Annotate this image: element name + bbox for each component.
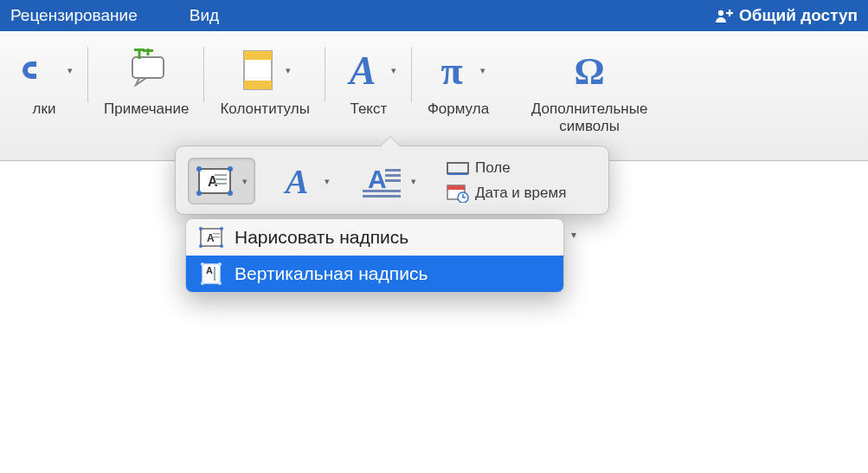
tab-bar: Рецензирование Вид Общий доступ (0, 0, 868, 31)
svg-point-39 (220, 244, 223, 248)
svg-point-36 (199, 227, 203, 230)
omega-icon: Ω (568, 48, 611, 93)
tab-view[interactable]: Вид (190, 6, 219, 25)
svg-text:Ω: Ω (574, 50, 604, 93)
links-label: лки (33, 100, 56, 118)
group-links[interactable]: ▾ лки (0, 40, 88, 118)
share-icon (715, 8, 734, 23)
svg-rect-20 (215, 174, 227, 176)
comment-icon (122, 49, 170, 92)
svg-text:A: A (347, 49, 376, 93)
svg-rect-31 (447, 173, 468, 175)
chevron-down-icon: ▾ (480, 65, 485, 76)
svg-rect-42 (213, 236, 220, 238)
svg-rect-3 (132, 57, 164, 78)
share-label: Общий доступ (739, 6, 858, 25)
headers-label: Колонтитулы (220, 100, 309, 118)
svg-rect-49 (214, 267, 215, 281)
link-icon (16, 49, 61, 91)
svg-text:A: A (368, 165, 387, 193)
svg-point-46 (201, 282, 204, 285)
chevron-down-icon: ▾ (286, 65, 291, 76)
svg-rect-25 (385, 169, 401, 172)
wordart-button[interactable]: A ▾ (271, 157, 337, 205)
calendar-clock-icon (446, 184, 470, 203)
svg-point-18 (228, 191, 233, 196)
datetime-button[interactable]: Дата и время (446, 184, 566, 203)
field-button[interactable]: Поле (446, 159, 566, 177)
wordart-a-icon: A (278, 162, 316, 200)
ribbon: ▾ лки Примечание ▾ (0, 31, 868, 161)
group-symbols[interactable]: Ω Дополнительные символы (505, 40, 674, 136)
svg-text:A: A (208, 174, 218, 189)
svg-rect-27 (385, 179, 401, 182)
svg-rect-22 (215, 183, 227, 185)
chevron-down-icon: ▾ (68, 65, 73, 76)
chevron-down-icon: ▾ (391, 65, 396, 76)
dropcap-button[interactable]: A ▾ (352, 157, 423, 205)
field-label: Поле (475, 159, 511, 177)
text-popover: A ▾ A ▾ A ▾ (175, 146, 609, 215)
svg-point-0 (718, 10, 723, 16)
svg-text:A: A (283, 162, 309, 200)
dropcap-icon: A (359, 162, 402, 200)
svg-rect-29 (363, 195, 401, 198)
svg-point-44 (201, 262, 204, 266)
headers-footers-icon (239, 48, 279, 93)
svg-text:π: π (441, 49, 463, 93)
chevron-down-icon: ▾ (242, 176, 248, 187)
menu-vertical-textbox-label: Вертикальная надпись (235, 263, 428, 284)
field-icon (446, 159, 470, 177)
menu-vertical-textbox[interactable]: A Вертикальная надпись (186, 256, 563, 292)
textbox-dropdown-menu: A Нарисовать надпись A Вертикальная надп… (185, 218, 564, 293)
datetime-label: Дата и время (475, 185, 566, 202)
draw-textbox-icon: A (198, 226, 224, 249)
group-headers[interactable]: ▾ Колонтитулы (204, 40, 325, 118)
textbox-icon: A (196, 164, 234, 198)
svg-point-16 (228, 166, 233, 172)
textbox-split-button[interactable]: A ▾ (188, 158, 255, 204)
group-comment[interactable]: Примечание (88, 40, 204, 118)
svg-point-45 (218, 262, 222, 266)
svg-rect-33 (447, 185, 465, 190)
svg-rect-21 (215, 178, 227, 180)
svg-point-37 (220, 227, 223, 230)
menu-draw-textbox-label: Нарисовать надпись (235, 227, 408, 248)
svg-point-15 (196, 166, 202, 172)
svg-rect-9 (244, 51, 272, 60)
svg-rect-2 (729, 10, 730, 16)
tab-review[interactable]: Рецензирование (10, 6, 138, 25)
svg-point-38 (199, 244, 203, 248)
group-formula[interactable]: π ▾ Формула (412, 40, 505, 118)
text-a-icon: A (341, 48, 384, 93)
menu-draw-textbox[interactable]: A Нарисовать надпись (186, 219, 563, 256)
comment-label: Примечание (104, 100, 189, 118)
chevron-down-icon: ▾ (411, 176, 416, 187)
group-text[interactable]: A ▾ Текст (325, 40, 412, 118)
share-button[interactable]: Общий доступ (715, 6, 858, 25)
symbols-label: Дополнительные символы (520, 100, 659, 136)
chevron-down-icon: ▾ (325, 176, 330, 187)
vertical-textbox-icon: A (198, 262, 224, 285)
svg-rect-5 (138, 49, 141, 59)
svg-rect-7 (147, 49, 150, 55)
svg-rect-26 (385, 174, 401, 177)
svg-rect-41 (213, 233, 220, 235)
svg-rect-28 (363, 190, 401, 192)
svg-point-17 (196, 191, 202, 196)
pi-icon: π (430, 48, 473, 93)
formula-label: Формула (428, 100, 489, 118)
chevron-down-icon[interactable]: ▾ (571, 229, 576, 241)
svg-rect-10 (244, 81, 272, 89)
text-label: Текст (350, 100, 387, 118)
svg-text:A: A (206, 265, 213, 275)
svg-rect-30 (447, 163, 468, 173)
svg-point-47 (218, 282, 222, 285)
